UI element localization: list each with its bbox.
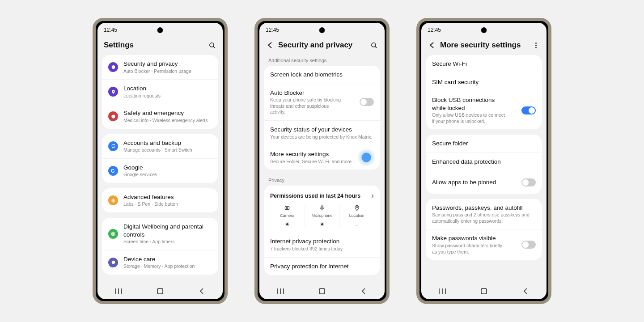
- svg-point-12: [371, 42, 375, 47]
- settings-row[interactable]: Secure Wi-Fi: [426, 55, 542, 73]
- status-bar: 12:45: [259, 23, 385, 37]
- settings-row[interactable]: Digital Wellbeing and parental controls …: [102, 218, 218, 250]
- settings-row[interactable]: Advanced features Labs · S Pen · Side bu…: [102, 188, 218, 212]
- row-text: Security and privacy Auto Blocker · Perm…: [123, 60, 212, 74]
- nav-home[interactable]: [313, 287, 331, 296]
- section-header-privacy: Privacy: [264, 175, 380, 186]
- svg-rect-14: [285, 207, 289, 210]
- header: Settings: [97, 37, 223, 55]
- settings-row[interactable]: Passwords, passkeys, and autofillSamsung…: [426, 199, 542, 229]
- settings-row[interactable]: Screen lock and biometrics: [264, 66, 380, 84]
- pin-icon: [108, 87, 118, 97]
- row-text: Accounts and backup Manage accounts · Sm…: [123, 139, 212, 153]
- svg-point-6: [113, 233, 114, 234]
- settings-row[interactable]: Security and privacy Auto Blocker · Perm…: [102, 55, 218, 79]
- row-title: Make passwords visible: [432, 234, 507, 242]
- row-text: Privacy protection for internet: [270, 263, 374, 271]
- row-subtitle: Storage · Memory · App protection: [123, 263, 212, 270]
- settings-row[interactable]: Allow apps to be pinned: [426, 171, 542, 194]
- settings-row[interactable]: Safety and emergency Medical info · Wire…: [102, 104, 218, 128]
- toggle-switch[interactable]: [521, 178, 536, 186]
- row-text: Safety and emergency Medical info · Wire…: [123, 109, 212, 123]
- nav-back[interactable]: [517, 287, 534, 296]
- nav-back[interactable]: [193, 287, 211, 296]
- nav-home[interactable]: [475, 287, 493, 296]
- row-title: Screen lock and biometrics: [270, 71, 374, 79]
- nav-recents[interactable]: [110, 287, 127, 296]
- row-text: Security status of your devicesYour devi…: [270, 126, 374, 140]
- svg-point-17: [356, 207, 357, 208]
- settings-row[interactable]: Make passwords visibleShow password char…: [426, 229, 542, 260]
- search-icon[interactable]: [208, 41, 216, 50]
- nav-recents[interactable]: [271, 287, 289, 296]
- status-time: 12:45: [428, 27, 441, 33]
- svg-point-15: [287, 208, 288, 209]
- perm-indicator: [320, 222, 324, 226]
- settings-row[interactable]: Enhanced data protection: [426, 153, 542, 171]
- back-icon[interactable]: [428, 41, 436, 50]
- care-icon: [108, 258, 118, 267]
- settings-row[interactable]: Accounts and backup Manage accounts · Sm…: [102, 134, 218, 158]
- settings-row[interactable]: Block USB connections while lockedOnly a…: [426, 91, 542, 129]
- svg-point-2: [111, 114, 115, 118]
- settings-row[interactable]: SIM card security: [426, 73, 542, 91]
- settings-row[interactable]: Internet privacy protection7 trackers bl…: [264, 233, 380, 257]
- toggle-switch[interactable]: [360, 98, 374, 106]
- status-bar: 12:45: [97, 23, 223, 37]
- row-subtitle: Show password characters briefly as you …: [432, 243, 507, 255]
- row-title: Passwords, passkeys, and autofill: [432, 204, 536, 212]
- more-icon[interactable]: [531, 41, 540, 50]
- phone-mock-security: 12:45 Security and privacy Additional se…: [254, 18, 390, 304]
- row-text: Block USB connections while lockedOnly a…: [432, 96, 507, 124]
- nav-bar: [259, 283, 385, 299]
- row-title: Allow apps to be pinned: [432, 178, 507, 186]
- svg-rect-11: [157, 288, 163, 294]
- toggle-switch[interactable]: [521, 106, 536, 114]
- settings-row[interactable]: Auto BlockerKeep your phone safe by bloc…: [264, 84, 380, 120]
- row-title: Security status of your devices: [270, 126, 374, 134]
- row-text: Location Location requests: [123, 85, 212, 99]
- row-title: Accounts and backup: [123, 139, 212, 147]
- page-title: Settings: [104, 41, 204, 50]
- row-title: Google: [123, 164, 212, 172]
- perm-col[interactable]: Camera: [270, 205, 305, 227]
- perm-col[interactable]: Location –: [339, 205, 374, 227]
- toggle-switch[interactable]: [521, 241, 536, 249]
- sos-icon: [108, 111, 118, 121]
- row-subtitle: Location requests: [123, 93, 212, 99]
- gear-icon: [108, 195, 118, 205]
- settings-row[interactable]: Security status of your devicesYour devi…: [264, 120, 380, 145]
- row-subtitle: Your devices are being protected by Knox…: [270, 134, 374, 140]
- row-subtitle: Medical info · Wireless emergency alerts: [123, 118, 212, 124]
- row-text: Internet privacy protection7 trackers bl…: [270, 237, 374, 252]
- well-icon: [108, 229, 118, 239]
- row-subtitle: Only allow USB devices to connect if you…: [432, 112, 507, 124]
- nav-home[interactable]: [151, 287, 169, 296]
- perm-col[interactable]: Microphone: [305, 205, 339, 227]
- nav-bar: [421, 283, 547, 299]
- permissions-row[interactable]: Permissions used in last 24 hours ›: [264, 186, 380, 203]
- settings-row[interactable]: Privacy protection for internet: [264, 257, 380, 275]
- settings-row[interactable]: G Google Google services: [102, 158, 218, 183]
- back-icon[interactable]: [266, 41, 275, 50]
- row-title: Location: [123, 85, 212, 93]
- row-subtitle: Auto Blocker · Permission usage: [123, 68, 212, 75]
- row-subtitle: Screen time · App timers: [123, 239, 212, 245]
- perm-label: Microphone: [311, 213, 332, 218]
- settings-row[interactable]: Location Location requests: [102, 79, 218, 104]
- nav-recents[interactable]: [433, 287, 451, 296]
- svg-point-0: [209, 42, 213, 47]
- search-icon[interactable]: [369, 41, 378, 50]
- settings-row[interactable]: Device care Storage · Memory · App prote…: [102, 250, 218, 275]
- touch-indicator: [357, 148, 376, 167]
- row-subtitle: Labs · S Pen · Side button: [123, 201, 212, 208]
- settings-row[interactable]: Secure folder: [426, 135, 542, 153]
- row-title: Auto Blocker: [270, 89, 345, 97]
- row-text: Allow apps to be pinned: [432, 178, 507, 186]
- settings-row[interactable]: More security settingsSecure Folder, Sec…: [264, 145, 380, 169]
- shield-icon: [108, 62, 118, 72]
- row-title: Digital Wellbeing and parental controls: [123, 223, 212, 238]
- row-text: Auto BlockerKeep your phone safe by bloc…: [270, 89, 345, 115]
- svg-text:G: G: [111, 168, 115, 173]
- nav-back[interactable]: [355, 287, 373, 296]
